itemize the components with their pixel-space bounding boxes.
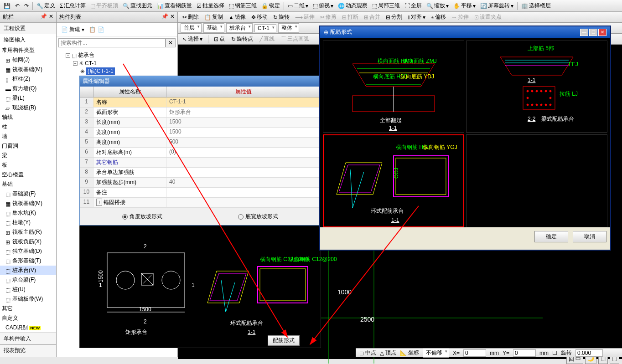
nav-cat-axis[interactable]: 轴线 — [0, 113, 56, 122]
check-rebar-button[interactable]: 📊查看钢筋量 — [155, 1, 194, 10]
nav-single-input[interactable]: 单构件输入 — [0, 333, 56, 344]
tree-root[interactable]: −⬚桩承台 — [58, 51, 176, 60]
radio-width[interactable]: 底宽放坡形式 — [238, 213, 278, 220]
mirror-button[interactable]: ▲镜像 — [227, 12, 248, 22]
nav-close-icon[interactable]: ✕ — [49, 13, 53, 21]
rot-point-btn[interactable]: ↻旋转点 — [229, 34, 255, 44]
nav-cad[interactable]: CAD识别 NEW — [0, 323, 56, 333]
zoom-button[interactable]: 🔍缩放 ▾ — [425, 1, 451, 10]
nav-fitem-0[interactable]: ⬚基础梁(F) — [0, 189, 56, 199]
nav-pin-icon[interactable]: 📌 — [40, 13, 47, 21]
dyn-observe-button[interactable]: 🌐动态观察 — [336, 1, 369, 10]
rotate-input[interactable] — [575, 349, 603, 357]
midpoint-toggle[interactable]: ◻中点 — [359, 349, 376, 357]
dialog-option-allflip[interactable]: 横向面筋 HMJ 纵向面筋 ZMJ 横向底筋 HDJ 纵向底筋 YDJ 全部翻起… — [323, 41, 464, 133]
tree-child2[interactable]: ✳(底)CT-1-1 — [58, 67, 176, 76]
nav-cat-board[interactable]: 板 — [0, 160, 56, 170]
point-btn[interactable]: ⊡点 — [212, 34, 227, 44]
prop-row-1[interactable]: 1名称CT-1-1 — [80, 97, 321, 108]
dialog-ok-button[interactable]: 确定 — [534, 231, 568, 242]
nav-fitem-1[interactable]: ▦筏板基础(M) — [0, 199, 56, 208]
base-dropdown[interactable]: 基础 — [203, 23, 224, 33]
delete-button[interactable]: ✂删除 — [181, 12, 201, 22]
nav-fitem-4[interactable]: ⊞筏板主筋(R) — [0, 227, 56, 237]
tree-search-input[interactable] — [58, 38, 166, 47]
x-input[interactable] — [463, 349, 486, 357]
nav-fitem-5[interactable]: ⊞筏板负筋(X) — [0, 237, 56, 246]
nav-fitem-3[interactable]: ⬚柱墩(Y) — [0, 218, 56, 227]
extend-button[interactable]: ⟶延伸 — [293, 12, 316, 22]
save-icon[interactable]: 💾 — [2, 2, 12, 10]
stretch-button[interactable]: ↔拉伸 — [450, 12, 471, 22]
pile-dropdown[interactable]: 桩承台 — [226, 23, 253, 33]
rebar-3d-button[interactable]: ⬚钢筋三维 — [227, 1, 259, 10]
coord-toggle[interactable]: 📐坐标 — [400, 349, 419, 357]
arc-btn[interactable]: ⌒三点画弧 — [279, 34, 311, 44]
prop-row-4[interactable]: 4宽度(mm)1500 — [80, 128, 321, 138]
split-button[interactable]: ⊟分割 — [384, 12, 404, 22]
y-input[interactable] — [513, 349, 536, 357]
define-button[interactable]: 🔧定义 — [35, 1, 57, 10]
prop-row-9[interactable]: 9加强筋起步(mm)40 — [80, 178, 321, 188]
nav-fitem-8[interactable]: ⬚桩承台(V) — [0, 266, 56, 275]
lock-button[interactable]: 🔒锁定 — [259, 1, 282, 10]
set-grip-button[interactable]: ⊡设置夹点 — [472, 12, 503, 22]
2d-button[interactable]: ▭二维 ▾ — [286, 1, 310, 10]
config-rebar-button[interactable]: 配筋形式 — [268, 335, 300, 346]
prop-row-5[interactable]: 5高度(mm)500 — [80, 138, 321, 148]
flat-plate-button[interactable]: ⬚平齐板顶 — [88, 1, 120, 10]
batch-select-button[interactable]: ☑批量选择 — [195, 1, 226, 10]
select-btn[interactable]: ↖选择 ▾ — [181, 34, 204, 44]
dialog-option-ring[interactable]: 横向钢筋 HGJ 纵向钢筋 YGJ CGJ 环式配筋承台 1-1 — [323, 134, 464, 227]
tree-child1[interactable]: −✳CT-1 — [58, 60, 176, 67]
offset-dropdown[interactable]: 不偏移 — [423, 348, 449, 358]
whole-dropdown[interactable]: 整体 — [278, 23, 299, 33]
tree-new-button[interactable]: 📄新建 ▾ — [58, 25, 87, 34]
prop-row-6[interactable]: 6相对底标高(m)(0) — [80, 148, 321, 158]
dialog-option-beam[interactable]: 上部筋 5部 FFJ 1-1 拉筋 LJ 2-2 梁式配筋承台 — [466, 41, 607, 133]
nav-item-wall[interactable]: ▬剪力墙(Q) — [0, 84, 56, 93]
dialog-cancel-button[interactable]: 取消 — [573, 231, 606, 242]
prop-row-2[interactable]: 2截面形状矩形承台 — [80, 108, 321, 118]
rotate-button[interactable]: ↻旋转 — [271, 12, 291, 22]
line-btn[interactable]: ╱直线 — [258, 34, 276, 44]
floor-dropdown[interactable]: 首层 — [181, 23, 202, 33]
undo-icon[interactable]: ↶ — [13, 2, 21, 10]
nav-cat-custom[interactable]: 自定义 — [0, 313, 56, 323]
nav-project-settings[interactable]: 工程设置 — [0, 23, 56, 34]
radio-angle[interactable]: 角度放坡形式 — [122, 213, 162, 220]
fullscreen-button[interactable]: ⛶全屏 — [403, 1, 424, 10]
dialog-min-icon[interactable]: — — [580, 29, 588, 36]
offset-button[interactable]: ⟐偏移 — [429, 12, 448, 22]
nav-cat-other[interactable]: 其它 — [0, 304, 56, 313]
nav-cat-door[interactable]: 门窗洞 — [0, 141, 56, 151]
nav-fitem-10[interactable]: ⬚桩(U) — [0, 285, 56, 294]
nav-item-beam[interactable]: ⬚梁(L) — [0, 93, 56, 103]
screen-rotate-button[interactable]: 🔄屏幕旋转 ▾ — [478, 1, 515, 10]
nav-cat-beam[interactable]: 梁 — [0, 151, 56, 160]
nav-fitem-6[interactable]: ⬚独立基础(D) — [0, 246, 56, 256]
redo-icon[interactable]: ↷ — [22, 2, 31, 10]
nav-cat-hollow[interactable]: 空心楼盖 — [0, 170, 56, 179]
break-button[interactable]: ⊟打断 — [340, 12, 360, 22]
tree-copy-icon[interactable]: 📋 — [89, 26, 96, 33]
align-button[interactable]: ⫴对齐 ▾ — [406, 12, 427, 22]
dialog-titlebar[interactable]: ⊕配筋形式 — ☐ ✕ — [320, 26, 610, 38]
nav-draw-input[interactable]: 绘图输入 — [0, 34, 56, 46]
nav-item-raft[interactable]: ▦筏板基础(M) — [0, 65, 56, 74]
tree-paste-icon[interactable]: 📄 — [98, 26, 104, 33]
dialog-max-icon[interactable]: ☐ — [589, 29, 597, 36]
tree-pin-icon[interactable]: 📌 — [161, 13, 168, 21]
nav-cat-column[interactable]: 柱 — [0, 122, 56, 132]
perspective-button[interactable]: ⬚俯视 ▾ — [311, 1, 335, 10]
select-floor-button[interactable]: 🏢选择楼层 — [519, 1, 553, 10]
nav-fitem-9[interactable]: ⬚承台梁(F) — [0, 275, 56, 285]
nav-fitem-11[interactable]: ⬚基础板带(W) — [0, 294, 56, 304]
prop-row-3[interactable]: 3长度(mm)1500 — [80, 118, 321, 128]
nav-item-slab[interactable]: ▱现浇板(B) — [0, 103, 56, 113]
sum-calc-button[interactable]: Σ汇总计算 — [58, 1, 88, 10]
nav-fitem-2[interactable]: ⬚集水坑(K) — [0, 208, 56, 218]
copy-button[interactable]: 📋复制 — [202, 12, 225, 22]
dialog-close-icon[interactable]: ✕ — [598, 29, 606, 36]
nav-report-preview[interactable]: 报表预览 — [0, 344, 56, 356]
